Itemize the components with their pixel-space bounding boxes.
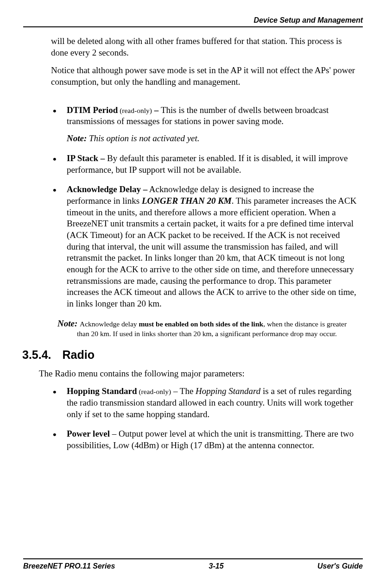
radio-parameter-list: Hopping Standard (read-only) – The Hoppi… xyxy=(51,386,358,451)
power-sep: – xyxy=(110,429,119,438)
hopping-readonly: (read-only) xyxy=(137,388,171,395)
ack-note-block: Note: Acknowledge delay must be enabled … xyxy=(55,318,358,339)
page-header-title: Device Setup and Management xyxy=(23,16,363,25)
dtim-note: Note: This option is not activated yet. xyxy=(67,133,358,144)
ip-text: By default this parameter is enabled. If… xyxy=(67,153,348,175)
section-title: Radio xyxy=(63,348,95,361)
ack-label: Acknowledge Delay – xyxy=(67,184,147,194)
ip-label: IP Stack – xyxy=(67,153,105,163)
ack-emphasis: LONGER THAN 20 KM xyxy=(142,196,232,206)
section-heading-radio: 3.5.4.Radio xyxy=(22,348,358,362)
ack-note-bold: must be enabled on both sides of the lin… xyxy=(139,320,263,328)
dtim-sep: – xyxy=(152,105,161,115)
hopping-ital: Hopping Standard xyxy=(196,386,260,396)
footer-left: BreezeNET PRO.11 Series xyxy=(23,562,115,570)
parameter-list: DTIM Period (read-only) – This is the nu… xyxy=(51,105,358,310)
intro-paragraph-2: Notice that although power save mode is … xyxy=(51,65,358,88)
footer-right: User's Guide xyxy=(317,562,363,570)
list-item-ip: IP Stack – By default this parameter is … xyxy=(51,153,358,175)
ack-note-lead: Note: xyxy=(57,319,80,328)
footer-divider xyxy=(23,558,363,559)
header-divider xyxy=(23,26,363,27)
dtim-note-lead: Note: xyxy=(67,133,87,143)
hopping-sep: – The xyxy=(171,386,196,396)
list-item-hopping: Hopping Standard (read-only) – The Hoppi… xyxy=(51,386,358,420)
radio-intro: The Radio menu contains the following ma… xyxy=(39,368,358,380)
dtim-note-text: This option is not activated yet. xyxy=(87,133,199,143)
hopping-label: Hopping Standard xyxy=(67,386,137,396)
list-item-ack: Acknowledge Delay – Acknowledge delay is… xyxy=(51,184,358,310)
list-item-dtim: DTIM Period (read-only) – This is the nu… xyxy=(51,105,358,144)
page-content: will be deleted along with all other fra… xyxy=(23,36,363,451)
dtim-readonly: (read-only) xyxy=(118,106,152,114)
footer-row: BreezeNET PRO.11 Series 3-15 User's Guid… xyxy=(23,562,363,570)
power-label: Power level xyxy=(67,429,110,438)
page-footer: BreezeNET PRO.11 Series 3-15 User's Guid… xyxy=(23,558,363,570)
footer-center: 3-15 xyxy=(209,562,224,570)
list-item-power: Power level – Output power level at whic… xyxy=(51,428,358,451)
intro-paragraph-1: will be deleted along with all other fra… xyxy=(51,36,358,58)
ack-text2: . This parameter increases the ACK timeo… xyxy=(67,196,357,308)
section-number: 3.5.4. xyxy=(22,348,51,361)
dtim-label: DTIM Period xyxy=(67,105,118,115)
ack-note-t1: Acknowledge delay xyxy=(80,320,139,328)
